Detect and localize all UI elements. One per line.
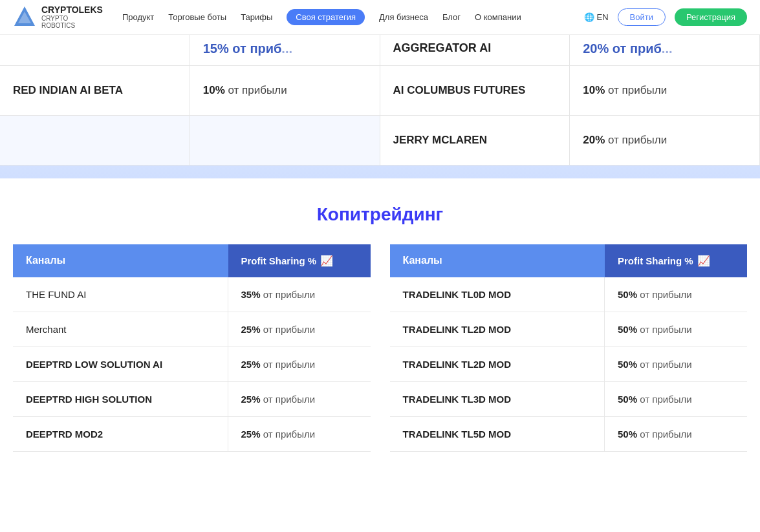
right-row-2-channel: TRADELINK TL2D MOD [390, 347, 605, 381]
right-th-profit: Profit Sharing % 📈 [605, 244, 747, 277]
card-columbus-profit: 10% от прибыли [570, 66, 760, 116]
card-jerry-profit: 20% от прибыли [570, 116, 760, 165]
partial-text-4: 20% от приб... [583, 41, 746, 56]
partial-card-4: 20% от приб... [570, 35, 760, 66]
card-red-indian-profit: 10% от прибыли [190, 66, 380, 116]
tables-wrapper: Каналы Profit Sharing % 📈 THE FUND AI 35… [13, 244, 747, 452]
login-button[interactable]: Войти [618, 8, 666, 26]
left-table: Каналы Profit Sharing % 📈 THE FUND AI 35… [13, 244, 371, 452]
main-nav: Продукт Торговые боты Тарифы Своя страте… [122, 9, 584, 25]
left-th-profit: Profit Sharing % 📈 [228, 244, 371, 277]
top-cards-grid: RED INDIAN AI BETA 10% от прибыли AI COL… [0, 66, 760, 165]
right-row-4-profit: 50% от прибыли [605, 417, 747, 451]
table-row: THE FUND AI 35% от прибыли [13, 277, 371, 312]
right-row-1-profit: 50% от прибыли [605, 312, 747, 346]
table-row: TRADELINK TL5D MOD 50% от прибыли [390, 417, 748, 452]
card-empty-1 [0, 116, 190, 165]
register-button[interactable]: Регистрация [675, 8, 747, 26]
table-row: DEEPTRD LOW SOLUTION AI 25% от прибыли [13, 347, 371, 382]
right-row-3-channel: TRADELINK TL3D MOD [390, 382, 605, 416]
right-row-2-profit: 50% от прибыли [605, 347, 747, 381]
table-row: DEEPTRD HIGH SOLUTION 25% от прибыли [13, 382, 371, 417]
nav-own-strategy[interactable]: Своя стратегия [287, 9, 365, 25]
left-row-0-profit: 35% от прибыли [228, 277, 371, 312]
top-cards-section: 15% от приб... AGGREGATOR AI 20% от приб… [0, 35, 760, 178]
nav-blog[interactable]: Блог [442, 12, 461, 22]
right-th-profit-label: Profit Sharing % [618, 255, 693, 266]
aggregator-title: AGGREGATOR AI [393, 41, 557, 55]
right-table-header: Каналы Profit Sharing % 📈 [390, 244, 748, 277]
left-row-0-channel: THE FUND AI [13, 277, 228, 312]
right-row-3-profit: 50% от прибыли [605, 382, 747, 416]
card-jerry: JERRY MCLAREN [380, 116, 570, 165]
left-row-2-profit: 25% от прибыли [228, 347, 371, 381]
card-red-indian: RED INDIAN AI BETA [0, 66, 190, 116]
logo-sub-text: CRYPTOROBOTICS [41, 15, 103, 29]
nav-company[interactable]: О компании [475, 12, 521, 22]
lang-label: EN [597, 12, 609, 22]
partial-card-2: 15% от приб... [190, 35, 380, 66]
left-row-3-channel: DEEPTRD HIGH SOLUTION [13, 382, 228, 416]
nav-bots[interactable]: Торговые боты [168, 12, 226, 22]
right-row-0-profit: 50% от прибыли [605, 277, 747, 312]
right-row-4-channel: TRADELINK TL5D MOD [390, 417, 605, 451]
table-row: Merchant 25% от прибыли [13, 312, 371, 347]
logo-icon [13, 5, 36, 28]
nav-business[interactable]: Для бизнеса [379, 12, 428, 22]
copy-trading-title: Копитрейдинг [13, 204, 747, 225]
logo-main-text: CRYPTOLEKS [41, 5, 103, 15]
trend-up-icon: 📈 [320, 255, 333, 267]
partial-card-3: AGGREGATOR AI [380, 35, 570, 66]
card-columbus: AI COLUMBUS FUTURES [380, 66, 570, 116]
partial-text-2: 15% от приб... [203, 41, 367, 56]
globe-icon: 🌐 [584, 12, 594, 22]
right-table-rows: TRADELINK TL0D MOD 50% от прибыли TRADEL… [390, 277, 748, 452]
left-row-4-channel: DEEPTRD MOD2 [13, 417, 228, 451]
header-right: 🌐 EN Войти Регистрация [584, 8, 747, 26]
trend-up-icon-right: 📈 [697, 255, 710, 267]
left-row-1-channel: Merchant [13, 312, 228, 346]
table-row: TRADELINK TL2D MOD 50% от прибыли [390, 347, 748, 382]
left-th-profit-label: Profit Sharing % [241, 255, 317, 266]
table-row: DEEPTRD MOD2 25% от прибыли [13, 417, 371, 452]
left-table-header: Каналы Profit Sharing % 📈 [13, 244, 371, 277]
nav-product[interactable]: Продукт [122, 12, 154, 22]
left-row-1-profit: 25% от прибыли [228, 312, 371, 346]
left-row-4-profit: 25% от прибыли [228, 417, 371, 451]
table-row: TRADELINK TL2D MOD 50% от прибыли [390, 312, 748, 347]
partial-top-row: 15% от приб... AGGREGATOR AI 20% от приб… [0, 35, 760, 66]
language-selector[interactable]: 🌐 EN [584, 12, 609, 22]
right-table: Каналы Profit Sharing % 📈 TRADELINK TL0D… [390, 244, 748, 452]
logo[interactable]: CRYPTOLEKS CRYPTOROBOTICS [13, 5, 103, 29]
left-table-rows: THE FUND AI 35% от прибыли Merchant 25% … [13, 277, 371, 452]
partial-card-1 [0, 35, 190, 66]
table-row: TRADELINK TL0D MOD 50% от прибыли [390, 277, 748, 312]
right-row-0-channel: TRADELINK TL0D MOD [390, 277, 605, 312]
card-empty-2 [190, 116, 380, 165]
left-th-channel: Каналы [13, 244, 228, 277]
right-th-channel: Каналы [390, 244, 605, 277]
header: CRYPTOLEKS CRYPTOROBOTICS Продукт Торгов… [0, 0, 760, 35]
table-row: TRADELINK TL3D MOD 50% от прибыли [390, 382, 748, 417]
nav-tariffs[interactable]: Тарифы [241, 12, 272, 22]
left-row-3-profit: 25% от прибыли [228, 382, 371, 416]
copy-trading-section: Копитрейдинг Каналы Profit Sharing % 📈 T… [0, 178, 760, 465]
right-row-1-channel: TRADELINK TL2D MOD [390, 312, 605, 346]
left-row-2-channel: DEEPTRD LOW SOLUTION AI [13, 347, 228, 381]
